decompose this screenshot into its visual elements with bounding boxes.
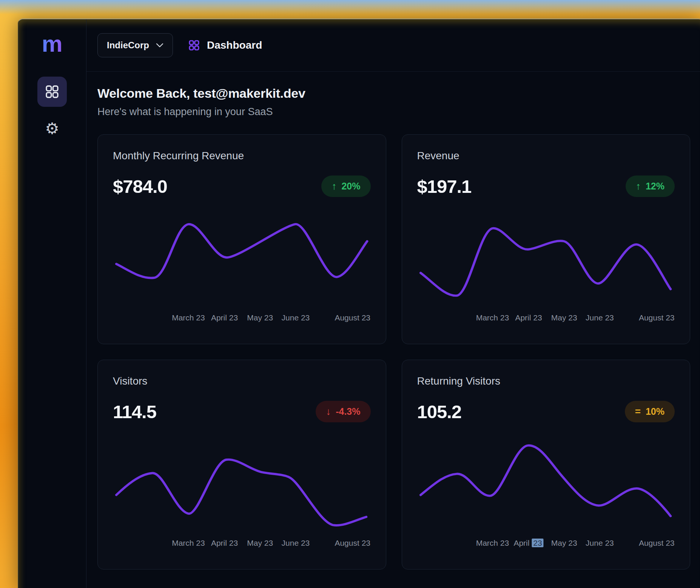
chart-canvas — [417, 438, 675, 536]
card-title: Monthly Recurring Revenue — [113, 150, 371, 162]
chart-line-series — [421, 228, 671, 296]
x-axis-label: June 23 — [586, 539, 614, 548]
metric-card-returning-visitors: Returning Visitors 105.2 = 10% Ma — [402, 360, 691, 570]
x-axis-label: June 23 — [586, 313, 614, 322]
chart-line-series — [421, 445, 671, 516]
metric-value: $784.0 — [113, 176, 167, 197]
trend-value: 10% — [646, 406, 665, 417]
x-axis-label: June 23 — [282, 539, 310, 548]
metric-card-revenue: Revenue $197.1 ↑ 12% March 23 — [402, 134, 691, 344]
line-chart: March 23 April 23 May 23 June 23 August … — [417, 213, 675, 326]
welcome-heading: Welcome Back, test@makerkit.dev — [97, 86, 690, 101]
x-axis-labels: March 23 April 23 May 23 June 23 August … — [113, 313, 371, 326]
trend-value: -4.3% — [336, 406, 360, 417]
trend-value: 12% — [646, 181, 665, 192]
x-axis-label: April 23 — [211, 539, 238, 548]
chart-line-series — [116, 224, 367, 278]
metric-value: 105.2 — [417, 401, 462, 422]
value-row: $784.0 ↑ 20% — [113, 175, 371, 197]
x-axis-label: May 23 — [247, 313, 273, 322]
x-axis-label: August 23 — [639, 539, 675, 548]
metric-value: 114.5 — [113, 401, 156, 422]
line-chart: March 23 April 23 May 23 June 23 August … — [113, 213, 371, 326]
selected-text[interactable]: 23 — [532, 539, 543, 547]
chart-canvas — [417, 213, 675, 310]
value-row: $197.1 ↑ 12% — [417, 175, 675, 197]
app-logo: m — [42, 32, 62, 55]
trend-value: 20% — [341, 181, 360, 192]
arrow-up-icon: ↑ — [331, 180, 336, 192]
x-axis-label: May 23 — [551, 313, 577, 322]
workspace-selector[interactable]: IndieCorp — [97, 33, 173, 57]
card-title: Revenue — [417, 150, 675, 162]
value-row: 105.2 = 10% — [417, 401, 675, 422]
chart-line-series — [116, 460, 366, 525]
arrow-down-icon: ↓ — [326, 406, 331, 417]
equals-icon: = — [635, 406, 641, 417]
metric-card-mrr: Monthly Recurring Revenue $784.0 ↑ 20% — [97, 134, 386, 344]
breadcrumb: Dashboard — [188, 39, 262, 51]
chart-canvas — [113, 213, 371, 310]
value-row: 114.5 ↓ -4.3% — [113, 401, 371, 422]
x-axis-label: March 23 — [172, 539, 205, 548]
x-axis-label-text: April — [513, 539, 532, 547]
metric-value: $197.1 — [417, 176, 472, 197]
trend-badge: ↓ -4.3% — [316, 401, 370, 422]
x-axis-label: August 23 — [335, 539, 370, 548]
welcome-subtitle: Here's what is happening in your SaaS — [97, 106, 690, 118]
line-chart: March 23 April 23 May 23 June 23 August … — [417, 438, 675, 551]
x-axis-label: August 23 — [335, 313, 370, 322]
dashboard-content: Welcome Back, test@makerkit.dev Here's w… — [86, 72, 700, 570]
top-bar: IndieCorp Dashboard — [86, 19, 700, 72]
sidebar-nav: ⚙ — [37, 77, 67, 151]
trend-badge: ↑ 12% — [626, 175, 675, 197]
x-axis-label: March 23 — [172, 313, 205, 322]
x-axis-labels: March 23 April 23 May 23 June 23 August … — [417, 313, 675, 326]
sidebar: m ⚙ — [18, 19, 86, 588]
x-axis-label: March 23 — [476, 313, 509, 322]
x-axis-label: June 23 — [282, 313, 310, 322]
x-axis-label: March 23 — [476, 539, 509, 548]
metric-cards-grid: Monthly Recurring Revenue $784.0 ↑ 20% — [97, 134, 690, 570]
grid-icon — [188, 39, 200, 51]
trend-badge: ↑ 20% — [321, 175, 370, 197]
sidebar-item-dashboard[interactable] — [37, 77, 67, 107]
line-chart: March 23 April 23 May 23 June 23 August … — [113, 438, 371, 551]
x-axis-labels: March 23 April 23 May 23 June 23 August … — [113, 539, 371, 551]
card-title: Returning Visitors — [417, 375, 675, 387]
main-column: IndieCorp Dashboard Welcome Back, test@m… — [86, 19, 700, 588]
x-axis-label: August 23 — [639, 313, 675, 322]
x-axis-label: April 23 — [513, 539, 543, 548]
trend-badge: = 10% — [625, 401, 675, 422]
x-axis-labels: March 23 April 23 May 23 June 23 August … — [417, 539, 675, 551]
chart-canvas — [113, 438, 371, 536]
app-window: m ⚙ IndieCorp — [18, 18, 700, 588]
x-axis-label: April 23 — [515, 313, 542, 322]
chevron-down-icon — [156, 43, 163, 48]
page-title: Dashboard — [207, 39, 262, 51]
card-title: Visitors — [113, 375, 371, 387]
x-axis-label: April 23 — [211, 313, 238, 322]
workspace-name: IndieCorp — [107, 40, 149, 51]
metric-card-visitors: Visitors 114.5 ↓ -4.3% March 23 — [97, 360, 386, 570]
arrow-up-icon: ↑ — [636, 180, 641, 192]
x-axis-label: May 23 — [247, 539, 273, 548]
grid-icon — [45, 84, 60, 99]
gear-icon: ⚙ — [45, 121, 59, 137]
sidebar-item-settings[interactable]: ⚙ — [37, 114, 67, 144]
x-axis-label: May 23 — [551, 539, 577, 548]
